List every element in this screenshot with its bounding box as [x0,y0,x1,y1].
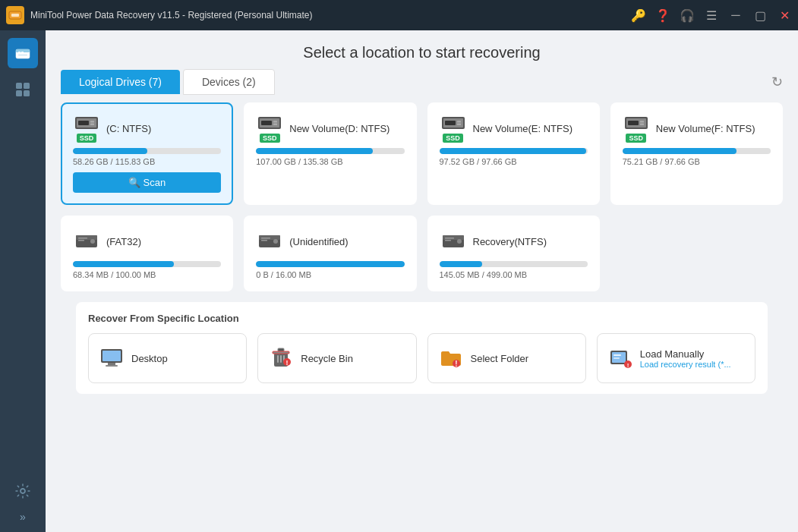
drive-label: Recovery(NTFS) [473,236,547,247]
svg-rect-1 [11,14,19,17]
drive-progress-fill [623,148,736,154]
load-manually-subtitle: Load recovery result (*... [640,360,731,369]
svg-point-44 [457,239,462,244]
drive-size: 68.34 MB / 100.00 MB [73,270,221,279]
drive-label: New Volume(E: NTFS) [473,123,572,134]
restore-button[interactable]: ▢ [752,8,768,23]
drive-progress-bg [73,261,221,267]
content-area: Select a location to start recovering Lo… [46,30,798,532]
expand-arrows[interactable]: » [20,511,26,523]
sidebar-item-settings[interactable] [8,476,38,506]
svg-rect-65 [613,357,620,359]
svg-rect-55 [280,355,282,363]
drive-label: (C: NTFS) [106,123,151,134]
drive-icon [256,228,283,255]
drive-label: New Volume(F: NTFS) [656,123,755,134]
key-icon[interactable]: 🔑 [631,8,646,23]
svg-rect-36 [78,240,84,241]
svg-text:!: ! [626,362,629,369]
sidebar-item-dashboard[interactable] [8,74,38,105]
drive-size: 75.21 GB / 97.66 GB [623,157,771,166]
drive-progress-bg [73,148,221,154]
svg-rect-16 [90,124,94,126]
drive-icon: SSD [623,115,650,142]
drive-card-0[interactable]: SSD (C: NTFS) 58.26 GB / 115.83 GB 🔍 Sca… [61,102,233,205]
app-title: MiniTool Power Data Recovery v11.5 - Reg… [30,10,631,20]
help-icon[interactable]: ❓ [655,8,670,23]
tab-logical-drives[interactable]: Logical Drives (7) [61,70,180,94]
close-button[interactable]: ✕ [777,8,792,23]
location-card-desktop[interactable]: Desktop [88,333,247,383]
drive-progress-bg [440,261,588,267]
svg-rect-25 [457,121,461,123]
drive-label: (Unidentified) [289,236,348,247]
svg-rect-7 [16,83,22,89]
drive-progress-bg [623,148,771,154]
drive-progress-bg [440,148,588,154]
drive-card-header: Recovery(NTFS) [440,228,588,255]
tab-devices[interactable]: Devices (2) [183,69,275,95]
drive-icon: SSD [440,115,467,142]
svg-rect-30 [640,121,644,123]
drive-icon: SSD [73,115,100,142]
svg-rect-46 [445,240,451,241]
svg-rect-8 [24,83,30,89]
specific-location-heading: Recover From Specific Location [88,313,755,324]
sidebar: » [0,30,46,532]
drive-card-5[interactable]: (Unidentified) 0 B / 16.00 MB [244,216,416,291]
svg-point-39 [273,239,278,244]
drive-card-2[interactable]: SSD New Volume(E: NTFS) 97.52 GB / 97.66… [427,102,600,205]
svg-rect-15 [90,121,94,123]
drive-progress-fill [256,261,404,267]
svg-rect-48 [103,351,121,361]
window-controls[interactable]: 🔑 ❓ 🎧 ☰ ─ ▢ ✕ [631,8,792,23]
svg-rect-9 [16,90,22,96]
refresh-button[interactable]: ↻ [771,74,783,90]
title-bar: MiniTool Power Data Recovery v11.5 - Reg… [0,0,798,30]
drive-card-header: (FAT32) [73,228,221,255]
svg-text:!: ! [455,360,457,368]
svg-rect-19 [261,121,272,125]
drive-progress-fill [440,148,586,154]
svg-rect-20 [273,121,277,123]
svg-point-34 [90,239,95,244]
page-title: Select a location to start recovering [61,44,783,61]
svg-rect-50 [106,365,118,367]
minimize-button[interactable]: ─ [728,8,743,23]
drive-size: 97.52 GB / 97.66 GB [440,157,588,166]
recycle-bin-title: Recycle Bin [301,353,353,364]
page-header: Select a location to start recovering [46,30,798,69]
select-folder-icon: ! [439,346,463,370]
svg-rect-10 [24,90,30,96]
drive-progress-bg [256,148,404,154]
location-card-recycle-bin[interactable]: ! Recycle Bin [257,333,416,383]
drive-card-6[interactable]: Recovery(NTFS) 145.05 MB / 499.00 MB [427,216,600,291]
drive-card-4[interactable]: (FAT32) 68.34 MB / 100.00 MB [61,216,233,291]
drive-card-1[interactable]: SSD New Volume(D: NTFS) 107.00 GB / 135.… [244,102,416,205]
svg-rect-26 [457,124,461,126]
menu-icon[interactable]: ☰ [704,8,719,23]
desktop-title: Desktop [131,353,168,364]
drive-card-3[interactable]: SSD New Volume(F: NTFS) 75.21 GB / 97.66… [610,102,783,205]
svg-rect-31 [640,124,644,126]
location-card-select-folder[interactable]: ! Select Folder [427,333,586,383]
svg-rect-45 [445,238,454,239]
drive-card-header: SSD New Volume(D: NTFS) [256,115,404,142]
drive-icon [73,228,100,255]
svg-rect-14 [78,121,89,125]
sidebar-item-recovery[interactable] [8,38,38,68]
svg-rect-53 [278,348,284,351]
scan-button[interactable]: 🔍 Scan [73,172,221,193]
svg-rect-35 [78,238,87,239]
specific-location-section: Recover From Specific Location Desktop [76,302,768,394]
main-layout: » Select a location to start recovering … [0,30,798,532]
drive-progress-fill [256,148,373,154]
drive-progress-fill [73,148,147,154]
drive-progress-fill [73,261,174,267]
tabs-bar: Logical Drives (7) Devices (2) ↻ [46,69,798,95]
headset-icon[interactable]: 🎧 [680,8,695,23]
drives-grid: SSD (C: NTFS) 58.26 GB / 115.83 GB 🔍 Sca… [61,102,783,291]
drive-progress-fill [440,261,483,267]
drive-label: (FAT32) [106,236,141,247]
location-card-load-manually[interactable]: ! Load Manually Load recovery result (*.… [597,333,755,383]
